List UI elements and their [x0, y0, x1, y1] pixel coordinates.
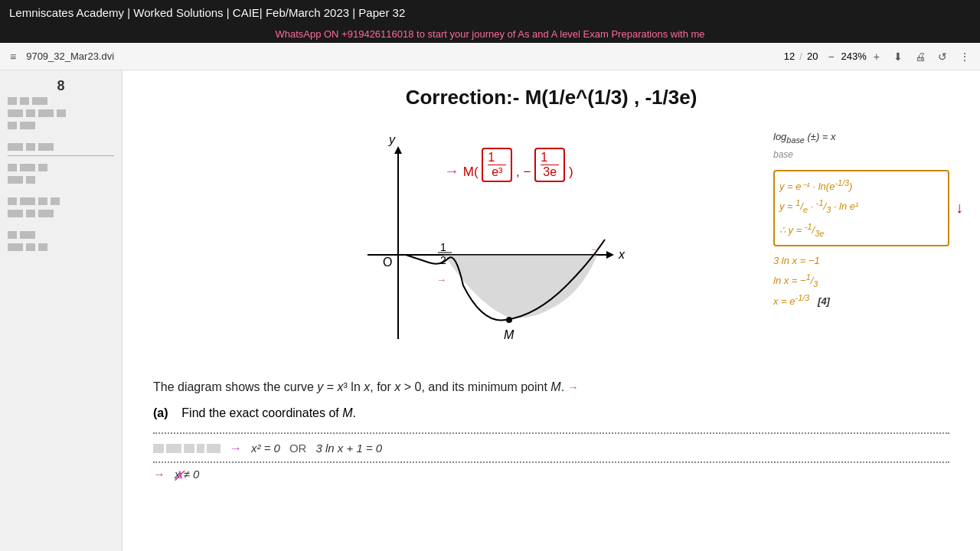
- thumbnail-grid: [8, 97, 114, 251]
- whatsapp-text: WhatsApp ON +919426116018 to start your …: [275, 28, 704, 40]
- bottom-or: OR: [289, 442, 307, 455]
- toolbar-right: ⬇ 🖨 ↺ ⋮: [890, 49, 974, 64]
- correction-title: Correction:- M(1/e^(1/3) , -1/3e): [153, 86, 949, 109]
- svg-text:O: O: [383, 256, 392, 269]
- current-page: 12: [784, 51, 795, 62]
- whatsapp-bar: WhatsApp ON +919426116018 to start your …: [0, 25, 980, 43]
- correction-title-text: Correction:- M(1/e^(1/3) , -1/3e): [406, 86, 697, 109]
- problem-text: The diagram shows the curve y = x³ ln x,…: [153, 377, 949, 397]
- part-a-text: Find the exact coordinates of M.: [181, 406, 356, 419]
- toolbar: ≡ 9709_32_Mar23.dvi 12 / 20 − 243% + ⬇ 🖨…: [0, 43, 980, 70]
- page-nav: 12 / 20: [784, 51, 818, 62]
- total-pages: 20: [807, 51, 818, 62]
- zoom-controls: − 243% +: [824, 49, 884, 64]
- bottom-expr1: x² = 0: [251, 442, 280, 455]
- top-title: Lemniscates Academy | Worked Solutions |…: [9, 6, 405, 19]
- right-annotations: logbase (±) = x base y = e⁻¹ · ln(e-1/3)…: [773, 129, 949, 310]
- svg-text:y: y: [388, 133, 396, 146]
- top-bar: Lemniscates Academy | Worked Solutions |…: [0, 0, 980, 25]
- part-a: (a) Find the exact coordinates of M.: [153, 406, 949, 420]
- main-content: 8 Correction:- M(1/e^(1/3) , -1/3e): [0, 70, 980, 551]
- dotted-line-2: [153, 461, 949, 463]
- filename-label: 9709_32_Mar23.dvi: [26, 51, 778, 62]
- svg-marker-3: [606, 251, 614, 259]
- annotation-steps: 3 ln x = −1 ln x = −1/3 x = e-1/3 [4]: [773, 253, 949, 310]
- menu-button[interactable]: ≡: [6, 49, 20, 64]
- bottom-annotation-row2: → x ≠ 0 ✗: [153, 465, 949, 484]
- bottom-section: → x² = 0 OR 3 ln x + 1 = 0 → x ≠ 0 ✗: [153, 432, 949, 484]
- bottom-thumbs: [153, 444, 220, 453]
- bottom-expr3: x ≠ 0 ✗: [175, 468, 199, 481]
- zoom-level: 243%: [841, 51, 867, 62]
- more-button[interactable]: ⋮: [956, 49, 974, 64]
- reset-button[interactable]: ↺: [934, 49, 951, 64]
- left-panel: 8: [0, 70, 122, 551]
- bottom-pink-arrow2: →: [153, 468, 165, 481]
- question-number: 8: [8, 78, 114, 94]
- annotation-box: y = e⁻¹ · ln(e-1/3) y = 1/e · -1/3 · ln …: [773, 170, 949, 246]
- annotation-y1: y = e⁻¹ · ln(e-1/3): [779, 176, 943, 195]
- svg-text:x: x: [618, 248, 626, 261]
- page-sep: /: [799, 51, 802, 62]
- pink-arrow-right: →: [590, 243, 599, 255]
- annotation-base: base: [773, 147, 949, 162]
- svg-text:M: M: [504, 328, 514, 341]
- zoom-out-button[interactable]: −: [824, 49, 838, 64]
- svg-point-10: [506, 317, 512, 323]
- svg-marker-1: [394, 146, 402, 154]
- graph-section: → M( 1 e³ , − 1 3e ): [153, 125, 949, 370]
- pink-arrow-left: →: [436, 274, 446, 285]
- zoom-in-button[interactable]: +: [870, 49, 884, 64]
- bottom-expr2: 3 ln x + 1 = 0: [315, 442, 382, 455]
- annotation-y2: y = 1/e · -1/3 · ln e¹: [779, 196, 943, 217]
- bottom-pink-arrow1: →: [230, 442, 242, 455]
- part-a-label: (a): [153, 406, 168, 419]
- document-view: Correction:- M(1/e^(1/3) , -1/3e) → M( 1…: [122, 70, 980, 551]
- annotation-log: logbase (±) = x: [773, 129, 949, 147]
- download-button[interactable]: ⬇: [890, 49, 906, 64]
- bottom-annotation-row: → x² = 0 OR 3 ln x + 1 = 0: [153, 439, 949, 458]
- svg-text:1: 1: [440, 241, 446, 253]
- print-button[interactable]: 🖨: [911, 49, 929, 64]
- annotation-y3: ∴ y = -1/3e: [779, 220, 943, 240]
- dotted-line-1: [153, 432, 949, 434]
